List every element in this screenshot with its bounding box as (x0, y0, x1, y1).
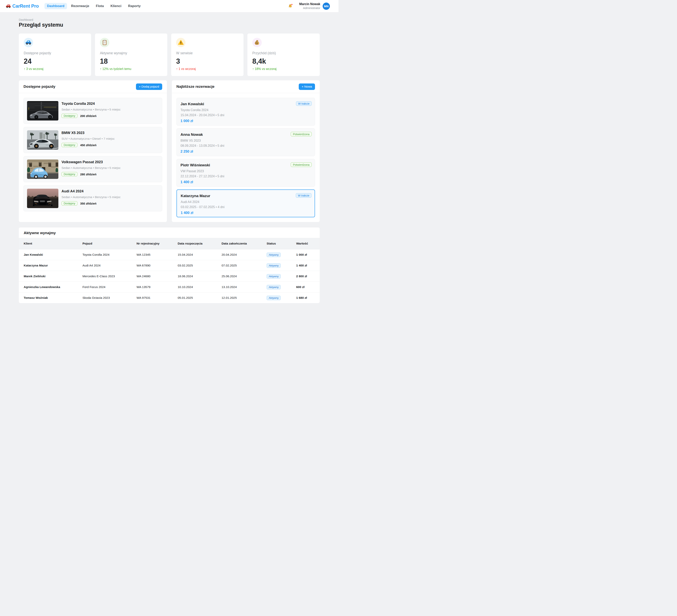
svg-text:$: $ (257, 42, 258, 45)
